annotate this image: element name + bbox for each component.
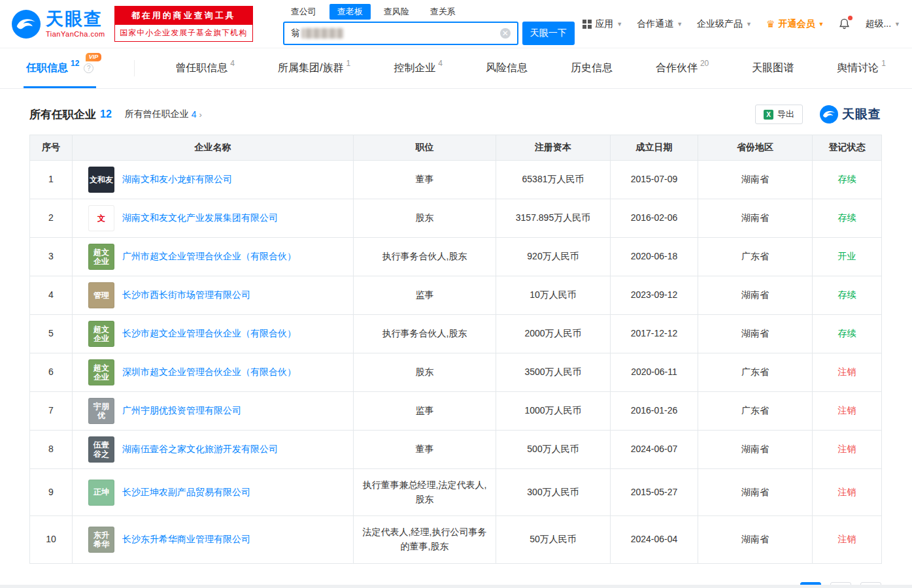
- row-index: 6: [30, 353, 73, 392]
- company-link[interactable]: 湖南文和友小龙虾有限公司: [122, 172, 232, 187]
- tab-history-info[interactable]: 历史信息: [568, 48, 615, 88]
- company-link[interactable]: 长沙东升希华商业管理有限公司: [122, 532, 250, 547]
- status-badge: 注销: [813, 469, 882, 516]
- company-link[interactable]: 长沙正坤农副产品贸易有限公司: [122, 485, 250, 500]
- nav-cooperation[interactable]: 合作通道 ▼: [637, 18, 683, 30]
- chevron-right-icon: ›: [199, 110, 202, 120]
- tianyancha-logo-icon: [12, 10, 41, 39]
- tab-past-position-info[interactable]: 曾任职信息 4: [173, 48, 237, 88]
- company-logo: 伍壹 谷之: [88, 436, 114, 463]
- col-date: 成立日期: [611, 135, 698, 161]
- watermark-logo: 天眼查: [820, 105, 881, 123]
- search-tab-company[interactable]: 查公司: [283, 4, 324, 20]
- tab-partners[interactable]: 合作伙伴 20: [653, 48, 711, 88]
- province-cell: 湖南省: [698, 516, 813, 563]
- province-cell: 湖南省: [698, 315, 813, 353]
- tianyancha-watermark-icon: [820, 105, 838, 123]
- province-cell: 湖南省: [698, 161, 813, 199]
- search-input[interactable]: 翁 ✕: [283, 22, 518, 45]
- tab-group-family[interactable]: 所属集团/族群 1: [275, 48, 353, 88]
- company-logo: 东升 希华: [88, 527, 114, 553]
- help-icon[interactable]: ?: [84, 63, 93, 73]
- capital-cell: 50万人民币: [496, 516, 611, 563]
- search-button[interactable]: 天眼一下: [522, 22, 575, 45]
- col-status: 登记状态: [813, 135, 882, 161]
- status-badge: 注销: [813, 431, 882, 469]
- capital-cell: 65381万人民币: [496, 161, 611, 199]
- masked-text: [301, 28, 343, 39]
- notification-bell-icon[interactable]: [838, 18, 851, 30]
- row-index: 10: [30, 516, 73, 563]
- tab-controlled-companies[interactable]: 控制企业 4: [391, 48, 445, 88]
- company-link[interactable]: 长沙市西长街市场管理有限公司: [122, 288, 250, 302]
- row-index: 1: [30, 161, 73, 199]
- status-badge: 存续: [813, 161, 882, 199]
- position-cell: 董事: [354, 431, 496, 469]
- table-row: 3 超文 企业 广州市超文企业管理合伙企业（有限合伙） 执行事务合伙人,股东 9…: [30, 238, 882, 276]
- company-logo: 超文 企业: [88, 359, 114, 385]
- row-index: 7: [30, 392, 73, 431]
- status-badge: 存续: [813, 199, 882, 238]
- nav-open-vip[interactable]: ♛ 开通会员 ▼: [766, 18, 824, 30]
- capital-cell: 300万人民币: [496, 469, 611, 516]
- col-capital: 注册资本: [496, 135, 611, 161]
- nav-enterprise[interactable]: 企业级产品 ▼: [697, 18, 752, 30]
- search-tab-boss[interactable]: 查老板: [329, 4, 371, 20]
- date-cell: 2023-09-12: [611, 276, 698, 315]
- tab-position-info[interactable]: 任职信息 12 VIP ?: [24, 48, 96, 88]
- brand-domain: TianYanCha.com: [46, 30, 105, 38]
- nav-user-menu[interactable]: 超级... ▼: [865, 18, 900, 30]
- table-row: 1 文和友 湖南文和友小龙虾有限公司 董事 65381万人民币 2015-07-…: [30, 161, 882, 199]
- clear-icon[interactable]: ✕: [500, 28, 511, 39]
- company-link[interactable]: 湖南文和友文化产业发展集团有限公司: [122, 211, 278, 225]
- tab-risk-info[interactable]: 风险信息: [483, 48, 530, 88]
- nav-apps[interactable]: 应用 ▼: [583, 18, 622, 30]
- company-link[interactable]: 广州市超文企业管理合伙企业（有限合伙）: [122, 250, 296, 264]
- company-logo: 管理: [88, 282, 114, 308]
- export-button[interactable]: X 导出: [755, 105, 803, 124]
- brand-logo[interactable]: 天眼查 TianYanCha.com: [12, 10, 105, 39]
- vip-badge: VIP: [86, 53, 102, 61]
- status-badge: 存续: [813, 276, 882, 315]
- position-cell: 法定代表人,经理,执行公司事务的董事,股东: [354, 516, 496, 563]
- tab-public-opinion[interactable]: 舆情讨论 1: [834, 48, 888, 88]
- capital-cell: 3500万人民币: [496, 353, 611, 392]
- company-link[interactable]: 湖南伍壹谷之家文化旅游开发有限公司: [122, 442, 278, 457]
- table-row: 7 宇朋 优 广州宇朋优投资管理有限公司 监事 1000万人民币 2016-01…: [30, 392, 882, 431]
- row-index: 9: [30, 469, 73, 516]
- row-index: 5: [30, 315, 73, 353]
- company-link[interactable]: 长沙市超文企业管理合伙企业（有限合伙）: [122, 327, 296, 341]
- positions-table: 序号 企业名称 职位 注册资本 成立日期 省份地区 登记状态 1 文和友 湖南文…: [29, 135, 882, 564]
- search-value: 翁: [291, 27, 300, 39]
- table-header-row: 序号 企业名称 职位 注册资本 成立日期 省份地区 登记状态: [30, 135, 882, 161]
- date-cell: 2016-02-06: [611, 199, 698, 238]
- company-link[interactable]: 深圳市超文企业管理合伙企业（有限合伙）: [122, 365, 296, 380]
- company-link[interactable]: 广州宇朋优投资管理有限公司: [122, 404, 241, 418]
- top-nav: 应用 ▼ 合作通道 ▼ 企业级产品 ▼ ♛ 开通会员 ▼ 超级... ▼: [583, 18, 900, 30]
- company-logo: 正坤: [88, 480, 114, 506]
- header: 天眼查 TianYanCha.com 都在用的商业查询工具 国家中小企业发展子基…: [0, 0, 912, 48]
- province-cell: 湖南省: [698, 276, 813, 315]
- slogan-box: 都在用的商业查询工具 国家中小企业发展子基金旗下机构: [114, 6, 253, 42]
- divider: [134, 60, 135, 76]
- tab-graph[interactable]: 天眼图谱: [749, 48, 796, 88]
- table-row: 8 伍壹 谷之 湖南伍壹谷之家文化旅游开发有限公司 董事 500万人民币 202…: [30, 431, 882, 469]
- chevron-down-icon: ▼: [818, 21, 824, 27]
- status-badge: 开业: [813, 238, 882, 276]
- chevron-down-icon: ▼: [616, 21, 622, 27]
- search-tab-relation[interactable]: 查关系: [422, 4, 464, 20]
- position-cell: 股东: [354, 199, 496, 238]
- col-company: 企业名称: [73, 135, 354, 161]
- row-index: 4: [30, 276, 73, 315]
- date-cell: 2016-01-26: [611, 392, 698, 431]
- section-count: 12: [100, 108, 112, 120]
- position-cell: 监事: [354, 276, 496, 315]
- capital-cell: 10万人民币: [496, 276, 611, 315]
- date-cell: 2024-06-04: [611, 516, 698, 563]
- crown-icon: ♛: [766, 19, 775, 29]
- past-positions-link[interactable]: 所有曾任职企业 4 ›: [125, 108, 202, 120]
- position-cell: 执行事务合伙人,股东: [354, 315, 496, 353]
- search-tab-risk[interactable]: 查风险: [376, 4, 417, 20]
- status-badge: 存续: [813, 315, 882, 353]
- watermark-text: 天眼查: [842, 106, 881, 123]
